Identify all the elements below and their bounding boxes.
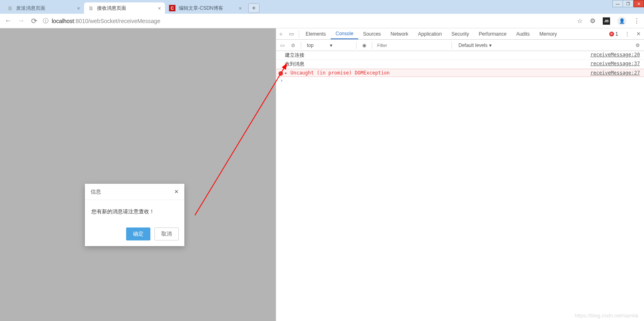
error-dot-icon: ✕	[609, 32, 614, 36]
window-minimize-button[interactable]: —	[612, 0, 623, 7]
modal-dialog: 信息 ✕ 您有新的消息请注意查收！ 确定 取消	[85, 184, 184, 246]
svg-line-0	[195, 67, 285, 215]
page-viewport: 信息 ✕ 您有新的消息请注意查收！ 确定 取消	[0, 28, 276, 321]
devtools-tab-memory[interactable]: Memory	[534, 28, 562, 39]
csdn-icon: C	[169, 5, 175, 11]
modal-close-icon[interactable]: ✕	[174, 189, 179, 195]
modal-title: 信息	[91, 188, 101, 196]
address-bar: ← → ⟳ ⓘ localhost:8010/webSocket/receive…	[0, 14, 644, 28]
modal-body: 您有新的消息请注意查收！	[85, 200, 184, 223]
tab-close-icon[interactable]: ×	[77, 5, 80, 11]
forward-button[interactable]: →	[17, 17, 25, 25]
log-message: 收到消息	[285, 61, 304, 68]
device-toolbar-icon[interactable]: ▭	[286, 31, 297, 37]
reload-button[interactable]: ⟳	[30, 17, 38, 26]
url-input[interactable]: ⓘ localhost:8010/webSocket/receiveMessag…	[43, 17, 572, 25]
devtools-tab-audits[interactable]: Audits	[511, 28, 534, 39]
devtools-tab-performance[interactable]: Performance	[474, 28, 511, 39]
tab-title: 编辑文章-CSDN博客	[179, 5, 235, 12]
console-sidebar-icon[interactable]: ▭	[278, 43, 287, 48]
live-expression-icon[interactable]: ◉	[360, 43, 369, 48]
clear-console-icon[interactable]: ⊘	[289, 43, 298, 48]
url-text: localhost:8010/webSocket/receiveMessage	[52, 18, 160, 24]
log-source-link[interactable]: receiveMessage:20	[590, 52, 640, 59]
tab-close-icon[interactable]: ×	[158, 5, 161, 11]
chevron-down-icon: ▾	[330, 43, 332, 48]
inspect-element-icon[interactable]: ⟐	[276, 31, 286, 37]
extension-bug-icon[interactable]: ⚙	[590, 17, 595, 25]
devtools-tab-network[interactable]: Network	[386, 28, 413, 39]
profile-avatar-icon[interactable]: 👤	[617, 17, 626, 26]
browser-menu-icon[interactable]: ⋮	[633, 17, 640, 25]
devtools-more-icon[interactable]: ⋮	[621, 31, 633, 37]
tab-title: 发送消息页面	[16, 5, 74, 12]
bookmark-star-icon[interactable]: ☆	[577, 17, 583, 25]
devtools-tab-bar: ⟐ ▭ Elements Console Sources Network App…	[276, 28, 644, 40]
context-selector[interactable]: top ▾	[304, 43, 353, 48]
filter-input[interactable]	[376, 42, 448, 49]
back-button[interactable]: ←	[4, 17, 12, 25]
console-prompt[interactable]: ›	[276, 77, 644, 84]
devtools-tab-console[interactable]: Console	[331, 28, 358, 39]
page-icon: 🗎	[7, 5, 13, 11]
new-tab-button[interactable]: +	[248, 3, 260, 13]
log-row[interactable]: 建立连接 receiveMessage:20	[276, 51, 644, 60]
watermark-text: https://blog.csdn.net/samlai	[574, 312, 638, 319]
log-row[interactable]: 收到消息 receiveMessage:37	[276, 60, 644, 69]
devtools-tab-elements[interactable]: Elements	[301, 28, 331, 39]
chevron-down-icon: ▾	[489, 43, 492, 48]
console-log-area[interactable]: 建立连接 receiveMessage:20 收到消息 receiveMessa…	[276, 51, 644, 321]
log-row-error[interactable]: ✕▸ Uncaught (in promise) DOMException re…	[276, 69, 644, 77]
browser-tab-strip: 🗎 发送消息页面 × 🗎 接收消息页面 × C 编辑文章-CSDN博客 × +	[0, 0, 644, 14]
site-info-icon[interactable]: ⓘ	[43, 17, 49, 25]
devtools-close-icon[interactable]: ✕	[633, 31, 644, 37]
browser-tab-0[interactable]: 🗎 发送消息页面 ×	[3, 2, 84, 14]
console-settings-icon[interactable]: ⚙	[633, 43, 642, 48]
devtools-tab-sources[interactable]: Sources	[358, 28, 386, 39]
log-source-link[interactable]: receiveMessage:27	[590, 70, 640, 76]
extension-jb-icon[interactable]: JB	[603, 17, 610, 25]
error-icon: ✕	[279, 71, 283, 76]
log-message: 建立连接	[285, 52, 304, 59]
annotation-arrow	[192, 62, 289, 219]
devtools-tab-security[interactable]: Security	[447, 28, 474, 39]
console-toolbar: ▭ ⊘ top ▾ ◉ Default levels ▾ ⚙	[276, 40, 644, 51]
modal-ok-button[interactable]: 确定	[126, 227, 150, 240]
log-source-link[interactable]: receiveMessage:37	[590, 61, 640, 68]
devtools-tab-application[interactable]: Application	[413, 28, 447, 39]
modal-cancel-button[interactable]: 取消	[154, 227, 179, 240]
devtools-panel: ⟐ ▭ Elements Console Sources Network App…	[276, 28, 644, 321]
window-maximize-button[interactable]: ❐	[623, 0, 633, 7]
browser-tab-2[interactable]: C 编辑文章-CSDN博客 ×	[165, 2, 246, 14]
tab-title: 接收消息页面	[97, 5, 154, 12]
log-levels-selector[interactable]: Default levels ▾	[455, 43, 495, 48]
window-close-button[interactable]: ✕	[633, 0, 644, 7]
page-icon: 🗎	[88, 5, 94, 11]
error-count-badge[interactable]: ✕ 1	[609, 31, 621, 37]
log-message: ✕▸ Uncaught (in promise) DOMException	[279, 70, 390, 76]
tab-close-icon[interactable]: ×	[239, 5, 242, 11]
browser-tab-1[interactable]: 🗎 接收消息页面 ×	[84, 2, 165, 14]
